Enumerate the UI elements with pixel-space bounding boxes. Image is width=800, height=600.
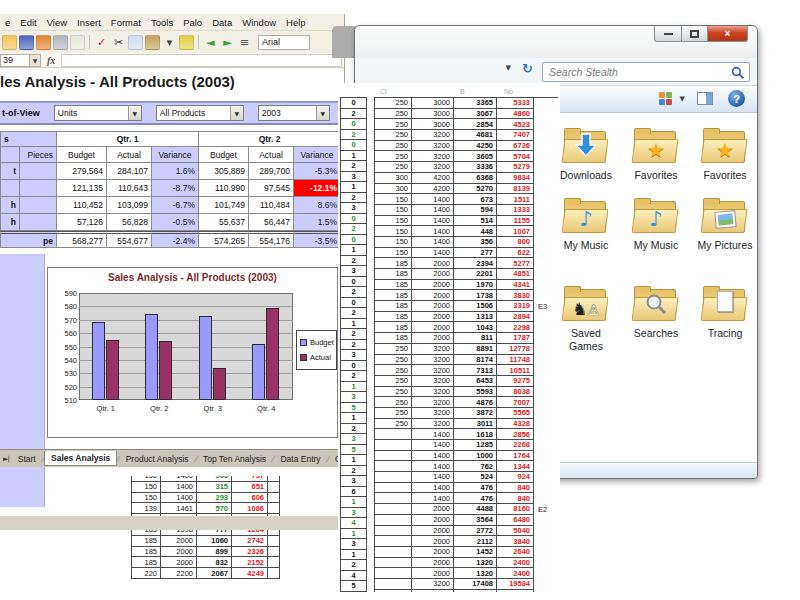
strip-ref-cell[interactable] — [534, 493, 558, 504]
strip-cell[interactable]: 1506 — [454, 301, 497, 312]
strip-cell[interactable]: 4200 — [412, 173, 454, 184]
menu-item-data[interactable]: Data — [207, 17, 237, 28]
strip-cell[interactable]: 150 — [375, 237, 412, 248]
strip-cell[interactable]: 1400 — [412, 472, 454, 483]
strip-cell[interactable]: 3200 — [412, 141, 454, 152]
font-name-box[interactable]: Arial — [258, 35, 310, 50]
strip-cell[interactable]: 300 — [375, 173, 412, 184]
strip-ref-cell[interactable] — [534, 558, 558, 569]
strip-cell[interactable]: 1313 — [454, 312, 497, 323]
strip-left-cell[interactable]: 2 — [341, 424, 367, 435]
strip-cell[interactable]: 300 — [375, 184, 412, 195]
strip-cell[interactable]: 3200 — [412, 408, 454, 419]
strip-left-cell[interactable]: 2 — [341, 161, 367, 172]
table-cell[interactable]: 185 — [132, 547, 161, 558]
strip-cell[interactable]: 5593 — [454, 387, 497, 398]
pov-dropdown-units[interactable]: Units▼ — [54, 105, 142, 121]
total-cell[interactable]: 554,677 — [107, 231, 152, 248]
strip-cell[interactable]: 8174 — [454, 355, 497, 366]
row-label[interactable]: h — [0, 197, 20, 214]
strip-cell[interactable]: 250 — [375, 355, 412, 366]
maximize-button[interactable] — [682, 26, 708, 42]
strip-ref-cell[interactable] — [534, 376, 558, 387]
strip-cell[interactable]: 250 — [375, 141, 412, 152]
strip-left-cell[interactable]: 0 — [341, 119, 367, 130]
strip-cell[interactable]: 250 — [375, 397, 412, 408]
strip-cell[interactable]: 2854 — [454, 119, 497, 130]
qtr1-header[interactable]: Qtr. 1 — [57, 131, 199, 147]
data-cell[interactable]: 57,126 — [57, 214, 107, 231]
spelling-icon[interactable]: ✓ — [94, 35, 109, 50]
folder-item-my-music[interactable]: ♪My Music — [618, 196, 694, 252]
row-spacer[interactable] — [20, 197, 57, 214]
empty-cell[interactable] — [268, 547, 280, 558]
strip-cell[interactable]: 2000 — [412, 258, 454, 269]
strip-cell[interactable]: 3200 — [412, 387, 454, 398]
strip-cell[interactable]: 2000 — [412, 322, 454, 333]
empty-cell[interactable] — [268, 536, 280, 547]
strip-cell[interactable]: 2856 — [497, 429, 534, 440]
strip-cell[interactable]: 3200 — [412, 365, 454, 376]
strip-ref-cell[interactable] — [534, 429, 558, 440]
strip-ref-cell[interactable]: E3 — [534, 301, 558, 312]
strip-cell[interactable]: 476 — [454, 493, 497, 504]
strip-ref-cell[interactable] — [534, 280, 558, 291]
strip-cell[interactable]: 3200 — [412, 419, 454, 430]
strip-left-cell[interactable]: 0 — [341, 298, 367, 309]
strip-left-cell[interactable]: 0 — [341, 98, 367, 109]
strip-ref-cell[interactable] — [534, 248, 558, 259]
strip-cell[interactable]: 3011 — [454, 419, 497, 430]
strip-cell[interactable]: 2112 — [454, 536, 497, 547]
strip-ref-cell[interactable] — [534, 109, 558, 120]
strip-left-cell[interactable]: 2 — [341, 466, 367, 477]
strip-left-cell[interactable]: 4 — [341, 518, 367, 529]
strip-cell[interactable]: 3564 — [454, 515, 497, 526]
qtr2-header[interactable]: Qtr. 2 — [199, 131, 341, 147]
strip-cell[interactable] — [375, 483, 412, 494]
strip-cell[interactable]: 1400 — [412, 483, 454, 494]
strip-cell[interactable]: 1285 — [454, 440, 497, 451]
strip-cell[interactable]: 6726 — [497, 141, 534, 152]
dropdown-arrow-icon[interactable]: ▼ — [316, 106, 329, 120]
strip-cell[interactable]: 6480 — [497, 515, 534, 526]
sheet-tab-sales-analysis[interactable]: Sales Analysis — [44, 451, 117, 466]
strip-cell[interactable]: 1333 — [497, 205, 534, 216]
strip-ref-cell[interactable] — [534, 590, 558, 592]
strip-left-cell[interactable]: 2 — [341, 130, 367, 141]
strip-cell[interactable]: 250 — [375, 109, 412, 120]
row-label[interactable]: t — [0, 163, 20, 180]
strip-cell[interactable] — [375, 493, 412, 504]
strip-cell[interactable]: 15552 — [497, 590, 534, 592]
table-cell[interactable]: 293 — [197, 493, 232, 504]
data-cell[interactable]: -8.7% — [152, 180, 199, 197]
strip-cell[interactable]: 3200 — [412, 344, 454, 355]
strip-ref-cell[interactable] — [534, 216, 558, 227]
strip-cell[interactable]: 250 — [375, 162, 412, 173]
strip-cell[interactable]: 3830 — [497, 290, 534, 301]
strip-cell[interactable]: 150 — [375, 226, 412, 237]
strip-cell[interactable]: 2000 — [412, 269, 454, 280]
data-cell[interactable]: -5.3% — [294, 163, 341, 180]
copy-icon[interactable] — [128, 35, 143, 50]
strip-cell[interactable]: 185 — [375, 322, 412, 333]
close-button[interactable]: × — [708, 26, 748, 42]
strip-ref-cell[interactable] — [534, 184, 558, 195]
strip-ref-cell[interactable] — [534, 472, 558, 483]
table-cell[interactable]: 220 — [132, 568, 161, 579]
strip-ref-cell[interactable] — [534, 322, 558, 333]
strip-cell[interactable]: 1764 — [497, 451, 534, 462]
table-cell[interactable]: 899 — [197, 547, 232, 558]
tab-scroll-buttons[interactable]: ►| — [0, 455, 12, 463]
strip-cell[interactable]: 2000 — [412, 504, 454, 515]
strip-left-cell[interactable]: 0 — [341, 140, 367, 151]
header-spacer[interactable] — [0, 147, 20, 163]
strip-cell[interactable]: 4523 — [497, 119, 534, 130]
strip-cell[interactable]: 1400 — [412, 248, 454, 259]
folder-item-tracing[interactable]: Tracing — [687, 284, 758, 340]
dropdown-arrow-icon[interactable]: ▼ — [230, 106, 243, 120]
pov-dropdown-all-products[interactable]: All Products▼ — [156, 105, 244, 121]
strip-cell[interactable]: 17408 — [454, 579, 497, 590]
strip-left-cell[interactable]: 1 — [341, 455, 367, 466]
strip-ref-cell[interactable] — [534, 419, 558, 430]
strip-ref-cell[interactable] — [534, 547, 558, 558]
